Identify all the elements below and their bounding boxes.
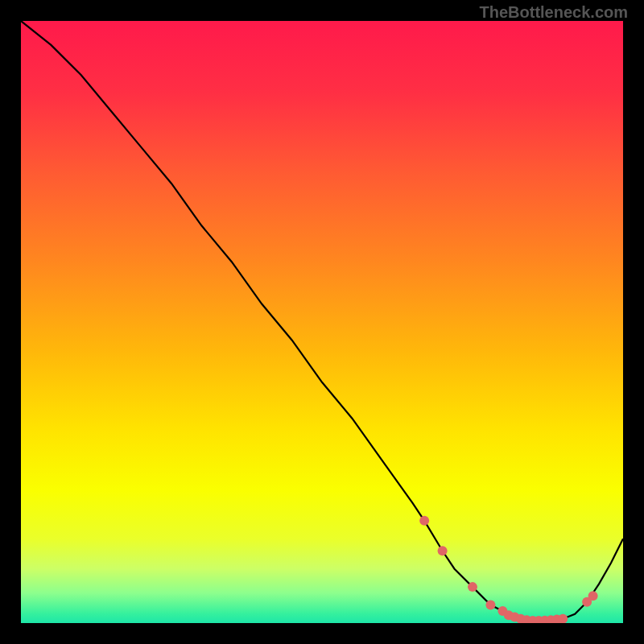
marker-point (438, 546, 448, 555)
marker-point (419, 516, 429, 526)
chart-svg (21, 21, 623, 623)
plot-area (21, 21, 623, 623)
chart-container: TheBottleneck.com (0, 0, 644, 644)
marker-point (485, 601, 495, 610)
marker-point (588, 591, 598, 601)
marker-point (468, 582, 477, 592)
attribution-label: TheBottleneck.com (480, 3, 628, 22)
